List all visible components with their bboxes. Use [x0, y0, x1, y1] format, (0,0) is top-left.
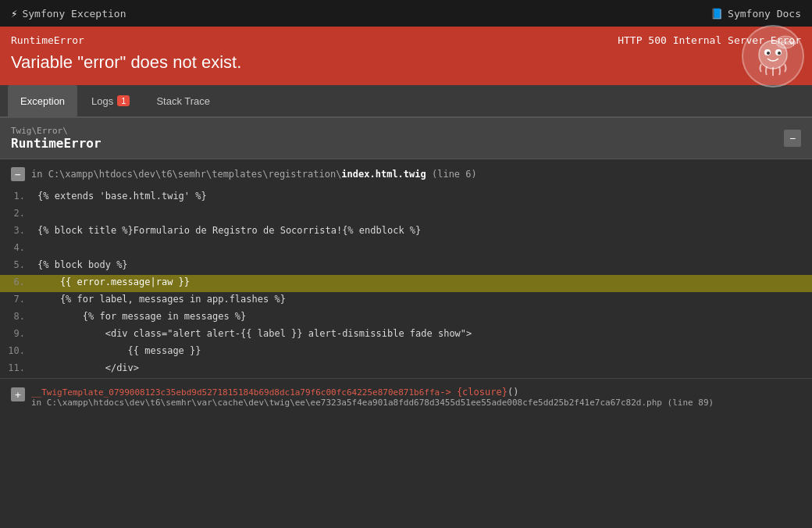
code-line: 8. {% for message in messages %} — [0, 309, 812, 326]
svg-point-4 — [778, 52, 781, 55]
line-code: </div> — [31, 361, 139, 378]
line-code: <div class="alert alert-{{ label }} aler… — [31, 326, 472, 344]
app-title: Symfony Exception — [22, 8, 126, 20]
tab-stack-trace[interactable]: Stack Trace — [144, 85, 223, 116]
code-line: 2. — [0, 206, 812, 223]
line-number: 11. — [0, 361, 31, 378]
line-number: 7. — [0, 292, 31, 309]
error-header-wrapper: RuntimeError HTTP 500 Internal Server Er… — [0, 27, 812, 85]
book-icon: 📘 — [710, 8, 723, 20]
line-number: 9. — [0, 326, 31, 344]
tab-exception-label: Exception — [20, 95, 65, 107]
code-line: 4. — [0, 241, 812, 258]
main-content: Twig\Error\ RuntimeError − − in C:\xampp… — [0, 118, 812, 416]
line-code: {% block body %} — [31, 258, 128, 275]
code-line: 3.{% block title %}Formulario de Registr… — [0, 223, 812, 241]
trace-closure-label: {closure} — [457, 387, 508, 398]
error-namespace: Twig\Error\ — [11, 126, 102, 136]
line-number: 6. — [0, 275, 31, 292]
tabs-bar: Exception Logs 1 Stack Trace — [0, 85, 812, 118]
trace-info: __TwigTemplate_0799008123c35ebd9d5271815… — [31, 387, 714, 408]
code-line: 1.{% extends 'base.html.twig' %} — [0, 189, 812, 206]
file-path-text: in C:\xampp\htdocs\dev\t6\semhr\template… — [31, 169, 477, 180]
line-code — [31, 206, 37, 223]
mascot-icon: Excep! — [742, 25, 804, 87]
code-line: 5.{% block body %} — [0, 258, 812, 275]
code-line: 9. <div class="alert alert-{{ label }} a… — [0, 326, 812, 344]
code-block: 1.{% extends 'base.html.twig' %}2.3.{% b… — [0, 189, 812, 378]
trace-parens: () — [508, 387, 518, 398]
svg-text:Excep!: Excep! — [781, 40, 796, 46]
stack-trace-row: + __TwigTemplate_0799008123c35ebd9d52718… — [11, 387, 801, 408]
line-code — [31, 241, 37, 258]
trace-file-path: in C:\xampp\htdocs\dev\t6\semhr\var\cach… — [31, 398, 714, 408]
error-header: RuntimeError HTTP 500 Internal Server Er… — [0, 27, 812, 85]
code-line: 7. {% for label, messages in app.flashes… — [0, 292, 812, 309]
line-info: (line 6) — [432, 169, 477, 180]
line-number: 2. — [0, 206, 31, 223]
trace-function-link[interactable]: __TwigTemplate_0799008123c35ebd9d5271815… — [31, 387, 440, 398]
toggle-icon[interactable]: − — [11, 167, 25, 181]
docs-link[interactable]: Symfony Docs — [728, 8, 801, 20]
error-class-info: Twig\Error\ RuntimeError — [11, 126, 102, 151]
line-code: {{ error.message|raw }} — [31, 275, 190, 292]
line-code: {% for label, messages in app.flashes %} — [31, 292, 286, 309]
app-title-area: ⚡ Symfony Exception — [11, 7, 126, 20]
tab-stack-trace-label: Stack Trace — [156, 95, 210, 107]
error-block-header: Twig\Error\ RuntimeError − — [0, 118, 812, 159]
file-location: − in C:\xampp\htdocs\dev\t6\semhr\templa… — [0, 159, 812, 189]
error-class: RuntimeError — [11, 136, 102, 151]
mascot-area: Excep! — [742, 25, 804, 87]
code-line: 6. {{ error.message|raw }} — [0, 275, 812, 292]
error-message: Variable "error" does not exist. — [11, 52, 801, 73]
line-number: 10. — [0, 344, 31, 361]
stack-trace-footer: + __TwigTemplate_0799008123c35ebd9d52718… — [0, 378, 812, 416]
trace-arrow: -> — [440, 387, 457, 398]
tab-exception[interactable]: Exception — [8, 85, 77, 116]
symfony-logo-icon: ⚡ — [11, 7, 17, 20]
tab-logs-label: Logs — [91, 95, 113, 107]
code-line: 11. </div> — [0, 361, 812, 378]
line-code: {% block title %}Formulario de Registro … — [31, 223, 421, 241]
error-type-line: RuntimeError HTTP 500 Internal Server Er… — [11, 34, 801, 46]
line-number: 4. — [0, 241, 31, 258]
error-type: RuntimeError — [11, 34, 84, 46]
top-bar: ⚡ Symfony Exception 📘 Symfony Docs — [0, 0, 812, 27]
line-code: {% for message in messages %} — [31, 309, 246, 326]
line-number: 5. — [0, 258, 31, 275]
collapse-button[interactable]: − — [784, 130, 801, 147]
line-number: 1. — [0, 189, 31, 206]
mascot-svg: Excep! — [750, 33, 796, 80]
tab-logs[interactable]: Logs 1 — [79, 85, 142, 116]
line-code: {{ message }} — [31, 344, 201, 361]
line-number: 3. — [0, 223, 31, 241]
file-name: index.html.twig — [341, 169, 426, 180]
svg-point-3 — [767, 52, 770, 55]
code-line: 10. {{ message }} — [0, 344, 812, 361]
expand-icon[interactable]: + — [11, 387, 25, 401]
docs-link-area[interactable]: 📘 Symfony Docs — [710, 8, 801, 20]
logs-badge: 1 — [117, 95, 130, 106]
line-number: 8. — [0, 309, 31, 326]
line-code: {% extends 'base.html.twig' %} — [31, 189, 207, 206]
